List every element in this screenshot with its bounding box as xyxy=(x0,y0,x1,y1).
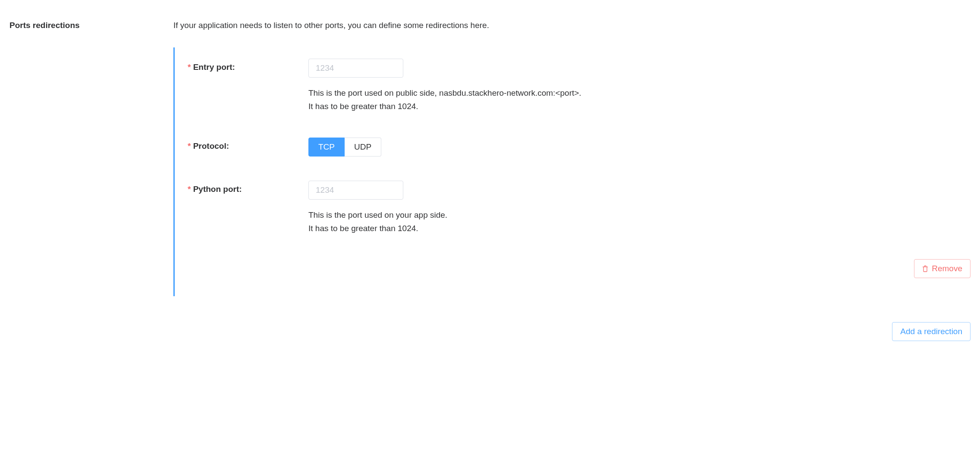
remove-button[interactable]: Remove xyxy=(914,259,971,278)
remove-button-row: Remove xyxy=(188,259,971,278)
python-port-content: This is the port used on your app side. … xyxy=(308,181,971,235)
redirection-form: Entry port: This is the port used on pub… xyxy=(173,47,971,296)
ports-redirections-section: Ports redirections If your application n… xyxy=(9,21,971,341)
add-redirection-button-label: Add a redirection xyxy=(900,327,962,336)
python-port-row: Python port: This is the port used on yo… xyxy=(188,181,971,235)
entry-port-input[interactable] xyxy=(308,59,403,78)
protocol-label: Protocol: xyxy=(188,138,308,151)
protocol-option-tcp[interactable]: TCP xyxy=(308,138,345,157)
protocol-radio-group: TCP UDP xyxy=(308,138,381,157)
entry-port-hint: This is the port used on public side, na… xyxy=(308,86,971,113)
section-body: If your application needs to listen to o… xyxy=(173,21,971,341)
section-title: Ports redirections xyxy=(9,21,173,30)
entry-port-content: This is the port used on public side, na… xyxy=(308,59,971,113)
remove-button-label: Remove xyxy=(932,264,962,273)
python-port-input[interactable] xyxy=(308,181,403,200)
trash-icon xyxy=(922,265,928,272)
add-button-row: Add a redirection xyxy=(173,322,971,341)
protocol-content: TCP UDP xyxy=(308,138,971,157)
section-description: If your application needs to listen to o… xyxy=(173,21,971,30)
add-redirection-button[interactable]: Add a redirection xyxy=(892,322,971,341)
protocol-option-udp[interactable]: UDP xyxy=(345,138,381,157)
entry-port-hint-line1: This is the port used on public side, na… xyxy=(308,86,971,100)
protocol-row: Protocol: TCP UDP xyxy=(188,138,971,157)
entry-port-row: Entry port: This is the port used on pub… xyxy=(188,59,971,113)
entry-port-hint-line2: It has to be greater than 1024. xyxy=(308,100,971,113)
entry-port-label: Entry port: xyxy=(188,59,308,72)
python-port-hint: This is the port used on your app side. … xyxy=(308,208,971,235)
python-port-label: Python port: xyxy=(188,181,308,194)
python-port-hint-line1: This is the port used on your app side. xyxy=(308,208,971,222)
python-port-hint-line2: It has to be greater than 1024. xyxy=(308,222,971,235)
